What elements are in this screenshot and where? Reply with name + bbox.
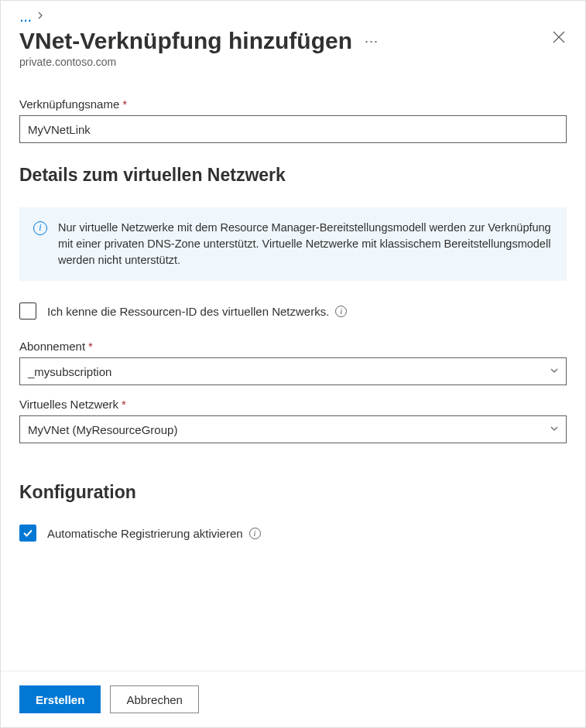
know-resource-id-checkbox[interactable]	[19, 302, 36, 320]
know-resource-id-row: Ich kenne die Ressourcen-ID des virtuell…	[19, 302, 567, 320]
info-icon[interactable]: i	[335, 306, 347, 317]
link-name-field: Verknüpfungsname *	[19, 97, 567, 143]
virtual-network-select[interactable]: MyVNet (MyResourceGroup)	[19, 415, 567, 443]
subscription-field: Abonnement * _mysubscription	[19, 340, 567, 385]
auto-registration-row: Automatische Registrierung aktivieren i	[19, 525, 567, 542]
info-icon[interactable]: i	[249, 528, 261, 539]
know-resource-id-label: Ich kenne die Ressourcen-ID des virtuell…	[47, 305, 347, 318]
create-button[interactable]: Erstellen	[19, 685, 101, 713]
auto-registration-checkbox[interactable]	[19, 525, 36, 542]
vnet-details-heading: Details zum virtuellen Netzwerk	[19, 165, 567, 186]
close-button[interactable]	[551, 29, 567, 45]
close-icon	[551, 29, 567, 45]
required-indicator: *	[122, 398, 126, 411]
more-options-icon[interactable]: ···	[365, 33, 379, 50]
virtual-network-field: Virtuelles Netzwerk * MyVNet (MyResource…	[19, 398, 567, 443]
subscription-label: Abonnement *	[19, 340, 567, 353]
page-subtitle: private.contoso.com	[19, 56, 567, 68]
required-indicator: *	[122, 97, 127, 111]
subscription-label-text: Abonnement	[19, 340, 85, 353]
info-box: i Nur virtuelle Netzwerke mit dem Resour…	[19, 207, 567, 281]
virtual-network-label: Virtuelles Netzwerk *	[19, 398, 567, 411]
subscription-select[interactable]: _mysubscription	[19, 357, 567, 385]
info-icon: i	[33, 221, 47, 235]
breadcrumb: ...	[1, 1, 585, 22]
page-header: VNet-Verknüpfung hinzufügen ··· private.…	[1, 22, 585, 79]
auto-registration-label: Automatische Registrierung aktivieren i	[47, 527, 261, 540]
cancel-button[interactable]: Abbrechen	[110, 685, 199, 713]
page-title: VNet-Verknüpfung hinzufügen	[19, 28, 352, 54]
link-name-label: Verknüpfungsname *	[19, 97, 567, 111]
link-name-input[interactable]	[19, 115, 567, 143]
know-resource-id-label-text: Ich kenne die Ressourcen-ID des virtuell…	[47, 305, 329, 318]
required-indicator: *	[88, 340, 93, 353]
info-box-text: Nur virtuelle Netzwerke mit dem Resource…	[58, 220, 553, 268]
checkmark-icon	[22, 528, 33, 538]
auto-registration-label-text: Automatische Registrierung aktivieren	[47, 527, 243, 540]
breadcrumb-more-icon[interactable]: ...	[19, 12, 31, 20]
virtual-network-label-text: Virtuelles Netzwerk	[19, 398, 118, 411]
footer: Erstellen Abbrechen	[1, 671, 585, 727]
chevron-right-icon	[37, 10, 45, 22]
configuration-heading: Konfiguration	[19, 482, 567, 503]
link-name-label-text: Verknüpfungsname	[19, 97, 119, 111]
form-content: Verknüpfungsname * Details zum virtuelle…	[1, 79, 585, 671]
